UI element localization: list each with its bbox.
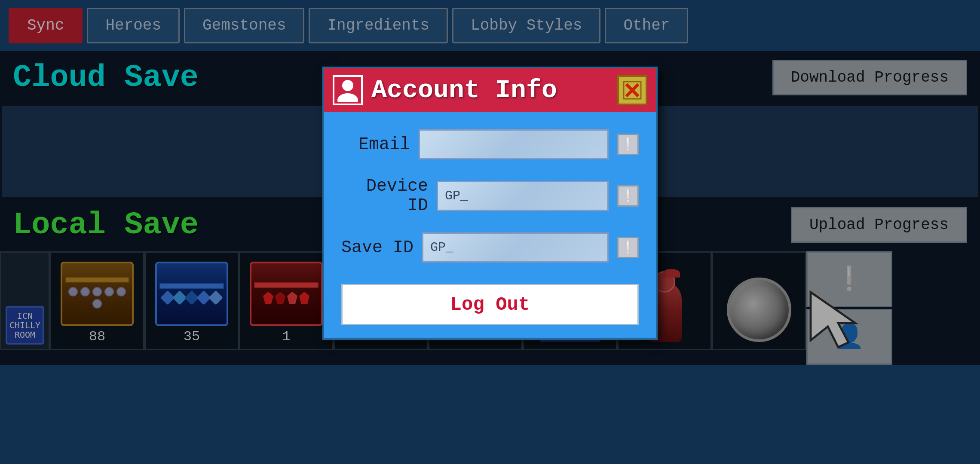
device-id-row: Device ID ❕ [341,177,639,215]
save-id-label: Save ID [341,238,413,257]
email-label: Email [341,135,410,154]
modal-body: Email ❕ Device ID ❕ Save ID ❕ Log Out [324,112,656,338]
email-input[interactable] [419,129,609,159]
device-id-input[interactable] [437,181,609,211]
logout-button[interactable]: Log Out [341,284,639,325]
email-row: Email ❕ [341,129,639,159]
modal-header: Account Info [324,68,656,112]
save-id-info-icon[interactable]: ❕ [617,237,639,258]
save-id-input[interactable] [422,232,609,263]
modal-close-button[interactable] [617,75,647,105]
svg-point-2 [337,93,358,102]
save-id-row: Save ID ❕ [341,232,639,263]
svg-point-1 [342,80,353,91]
user-icon [333,75,363,105]
device-id-info-icon[interactable]: ❕ [617,185,639,207]
device-id-label: Device ID [341,177,428,215]
account-info-modal: Account Info Email ❕ Device ID ❕ Save ID [322,67,658,340]
email-info-icon[interactable]: ❕ [617,134,639,155]
modal-title: Account Info [371,76,609,105]
